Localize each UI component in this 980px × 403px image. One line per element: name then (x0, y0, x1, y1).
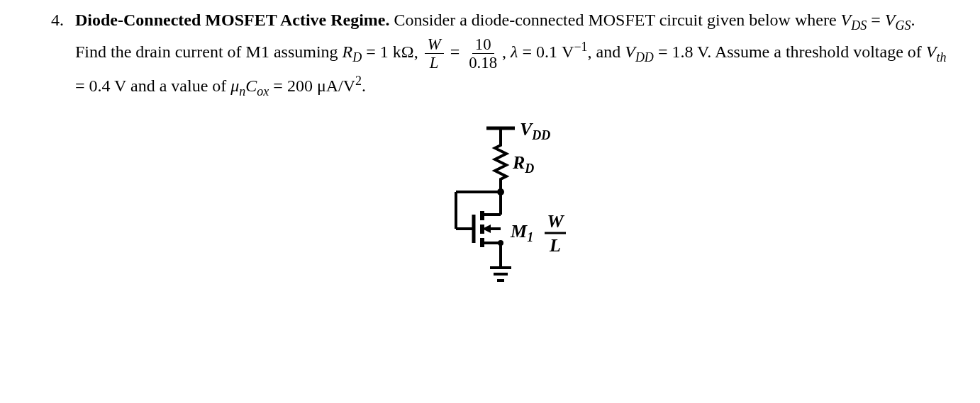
vth-symbol: Vth (926, 42, 947, 61)
m1-label: M1 (510, 221, 533, 244)
square-exp: 2 (355, 74, 362, 88)
ratio-fraction: 10 0.18 (466, 35, 500, 72)
mucox-value: = 200 μA/V (269, 76, 355, 95)
problem-body: Diode-Connected MOSFET Active Regime. Co… (75, 7, 950, 300)
rd-symbol: RD (343, 42, 362, 61)
svg-point-16 (498, 240, 503, 246)
wl-eq: = (446, 42, 464, 61)
text-3: , (502, 42, 511, 61)
vdd-symbol: VDD (625, 42, 654, 61)
vgs-symbol: VGS (885, 11, 911, 29)
circuit-diagram: VDD RD (424, 115, 601, 300)
w-label: W (547, 211, 564, 232)
period: . (362, 76, 366, 95)
rd-value: = 1 kΩ, (362, 42, 422, 61)
lambda-exp: −1 (574, 40, 587, 54)
vds-symbol: VDS (841, 11, 867, 29)
text-intro: Consider a diode-connected MOSFET circui… (390, 11, 841, 29)
mu-symbol: μn (230, 76, 245, 95)
problem-container: 4. Diode-Connected MOSFET Active Regime.… (28, 7, 950, 300)
vdd-label: VDD (520, 119, 550, 142)
vth-value: = 0.4 V and a value of (75, 76, 230, 95)
rd-label: RD (512, 152, 534, 176)
problem-title: Diode-Connected MOSFET Active Regime. (75, 11, 390, 29)
cox-symbol: Cox (245, 76, 269, 95)
l-label: L (549, 235, 561, 256)
text-4: , and (588, 42, 625, 61)
lambda-symbol: λ (511, 42, 518, 61)
lambda-value: = 0.1 V (518, 42, 574, 61)
wl-fraction: W L (425, 35, 444, 72)
problem-number: 4. (28, 7, 75, 33)
vdd-value: = 1.8 V. Assume a threshold voltage of (654, 42, 926, 61)
